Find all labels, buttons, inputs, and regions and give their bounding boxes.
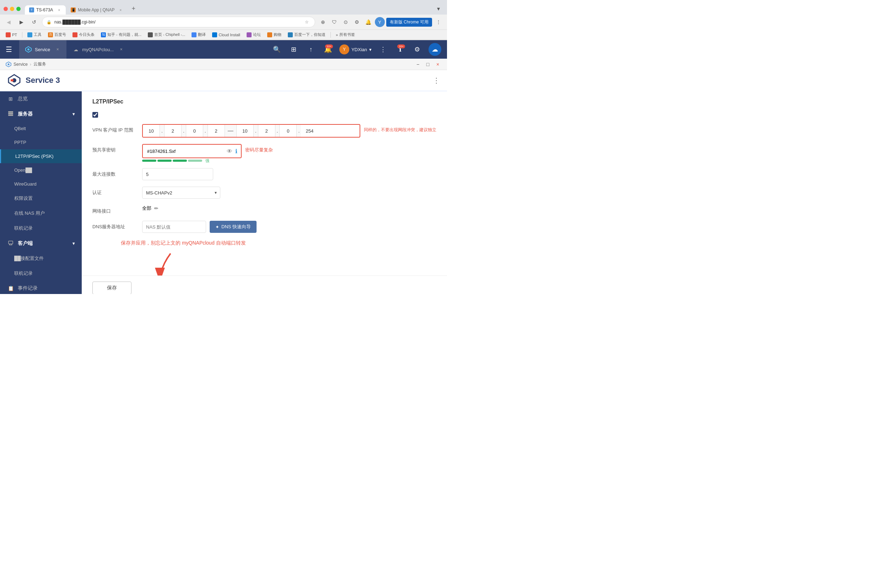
app-header-more-icon[interactable]: ⋮: [433, 76, 440, 85]
enable-checkbox-row: [92, 112, 436, 118]
bookmark-zhihu[interactable]: 知 知乎 - 有问题，就...: [99, 31, 143, 38]
sidebar-item-l2tp[interactable]: L2TP/IPSec (PSK): [0, 149, 82, 163]
ip-start-octet-4[interactable]: [208, 125, 225, 137]
extension-icon-5[interactable]: 🔔: [364, 17, 373, 27]
psk-info-icon[interactable]: ℹ: [235, 148, 237, 155]
sidebar-item-overview[interactable]: ⊞ 总览: [0, 91, 82, 106]
bookmark-baidu-hao[interactable]: 百 百度号: [46, 31, 68, 38]
tab-close-mobile[interactable]: ×: [118, 8, 123, 12]
bookmark-all[interactable]: » 所有书签: [334, 31, 357, 38]
sidebar-item-server[interactable]: 服务器 ▾: [0, 106, 82, 122]
network-interface-row: 网络接口 全部 ✏: [92, 205, 436, 215]
close-app-button[interactable]: ×: [434, 61, 441, 68]
close-dot[interactable]: [3, 7, 8, 11]
auth-select[interactable]: MS-CHAPv2 CHAP PAP: [142, 187, 220, 199]
sidebar-item-online-nas[interactable]: 在线 NAS 用户: [0, 206, 82, 221]
sidebar-item-openvpn[interactable]: Open██: [0, 163, 82, 177]
ip-end-octet-2[interactable]: [258, 125, 275, 137]
network-interface-edit-icon[interactable]: ✏: [154, 206, 159, 211]
ip-start-octet-3[interactable]: [186, 125, 203, 137]
save-button[interactable]: 保存: [92, 281, 131, 294]
qnap-tab-myqnapcloud[interactable]: ☁ myQNAPclou... ×: [66, 40, 130, 59]
search-icon[interactable]: 🔍: [271, 44, 282, 55]
ip-end-octet-4[interactable]: [301, 125, 318, 137]
tab-label-mobile: Mobile App | QNAP: [78, 8, 115, 12]
bookmark-baidu-search[interactable]: 百度一下，你知道: [286, 31, 328, 38]
tab-close-ts673a[interactable]: ×: [56, 8, 62, 12]
bookmark-jinri[interactable]: 今日头条: [70, 31, 97, 38]
sidebar-item-qbelt[interactable]: QBelt: [0, 122, 82, 135]
new-tab-button[interactable]: +: [128, 3, 139, 15]
forward-button[interactable]: ▶: [17, 17, 26, 27]
sidebar-item-client[interactable]: 客户端 ▾: [0, 236, 82, 251]
server-expand-icon: ▾: [72, 112, 75, 116]
extension-icon-2[interactable]: 🛡: [329, 17, 339, 27]
psk-row: 预共享密钥 👁 ℹ: [92, 144, 436, 162]
info-icon[interactable]: ℹ 10+: [394, 44, 406, 55]
ip-end-octet-1[interactable]: [237, 125, 254, 137]
sidebar-item-client-log[interactable]: 联机记录: [0, 266, 82, 281]
server-label: 服务器: [18, 111, 33, 117]
profile-icon[interactable]: Y: [375, 17, 385, 27]
browser-tab-ts673a[interactable]: T TS-673A ×: [25, 5, 66, 15]
back-button[interactable]: ◀: [3, 17, 14, 27]
maximize-dot[interactable]: [17, 7, 21, 11]
settings-icon[interactable]: ⚙: [411, 44, 423, 55]
hamburger-menu-icon[interactable]: ☰: [6, 45, 12, 54]
url-text: nas.██████.cgi-bin/: [54, 20, 301, 24]
psk-input[interactable]: [143, 145, 241, 157]
minimize-dot[interactable]: [10, 7, 14, 11]
browser-tab-mobile[interactable]: 📱 Mobile App | QNAP ×: [66, 5, 127, 15]
save-area: 保存: [82, 275, 447, 294]
ip-start-octet-1[interactable]: [143, 125, 160, 137]
psk-hide-icon[interactable]: 👁: [227, 148, 233, 154]
sidebar-item-server-log[interactable]: 联机记录: [0, 221, 82, 236]
sidebar-item-pptp[interactable]: PPTP: [0, 135, 82, 149]
bookmark-shopping[interactable]: 购物: [265, 31, 284, 38]
bookmark-cloud-install[interactable]: Cloud Install: [210, 32, 242, 38]
extension-icon-4[interactable]: ⚙: [352, 17, 362, 27]
sidebar-item-event-log[interactable]: 📋 事件记录: [0, 281, 82, 294]
user-menu[interactable]: Y YDXian ▾: [339, 44, 371, 54]
qnap-tab-service[interactable]: Service ×: [19, 40, 66, 59]
app-title-bar: Service 3 ⋮: [0, 70, 447, 91]
pptp-label: PPTP: [14, 140, 26, 145]
service-tab-close[interactable]: ×: [54, 46, 61, 53]
ip-end-octet-3[interactable]: [279, 125, 297, 137]
notification-icon[interactable]: 🔔 10+: [322, 44, 334, 55]
bookmark-chiphell[interactable]: 首页 - Chiphell -...: [146, 31, 187, 38]
desktop-icon[interactable]: ⊞: [288, 44, 299, 55]
overview-label: 总览: [18, 96, 28, 102]
sidebar-item-permissions[interactable]: 权限设置: [0, 191, 82, 206]
browser-tab-list: T TS-673A × 📱 Mobile App | QNAP × +: [25, 3, 433, 15]
window-controls: [3, 7, 21, 11]
overview-icon: ⊞: [7, 96, 14, 102]
sidebar-item-wireguard[interactable]: WireGuard: [0, 177, 82, 191]
extension-icon-1[interactable]: ⊕: [318, 17, 328, 27]
bookmark-star-icon[interactable]: ☆: [304, 18, 311, 26]
ip-start-octet-2[interactable]: [165, 125, 181, 137]
bookmark-tools[interactable]: 工具: [25, 31, 44, 38]
cloud-button[interactable]: ☁: [429, 43, 441, 56]
more-options-icon[interactable]: ⋮: [378, 44, 389, 55]
browser-menu-button[interactable]: ⋮: [433, 17, 444, 27]
enable-l2tp-checkbox[interactable]: [92, 112, 98, 118]
refresh-button[interactable]: ↺: [29, 17, 39, 27]
bookmark-pt[interactable]: PT: [3, 32, 19, 38]
bookmark-translate[interactable]: 翻译: [189, 31, 208, 38]
chrome-update-button[interactable]: 有新版 Chrome 可用: [386, 18, 432, 27]
dns-input[interactable]: [142, 221, 206, 233]
upload-icon[interactable]: ↑: [305, 44, 317, 55]
minimize-button[interactable]: −: [414, 61, 421, 68]
extension-icon-3[interactable]: ⊙: [341, 17, 351, 27]
restore-button[interactable]: □: [424, 61, 431, 68]
myqnap-tab-close[interactable]: ×: [118, 46, 124, 53]
max-connections-input[interactable]: [142, 168, 213, 180]
sidebar-item-client-config[interactable]: ██接配置文件: [0, 251, 82, 266]
bookmark-forum[interactable]: 论坛: [245, 31, 263, 38]
user-dropdown-icon: ▾: [369, 47, 371, 52]
dns-wizard-button[interactable]: ✦ DNS 快速向导: [210, 221, 257, 233]
ip-range-annotation: 同样的，不要出现网段冲突，建议独立: [360, 124, 436, 133]
address-bar[interactable]: 🔒 nas.██████.cgi-bin/ ☆: [42, 17, 315, 27]
tab-list-expand[interactable]: ▾: [433, 4, 444, 14]
